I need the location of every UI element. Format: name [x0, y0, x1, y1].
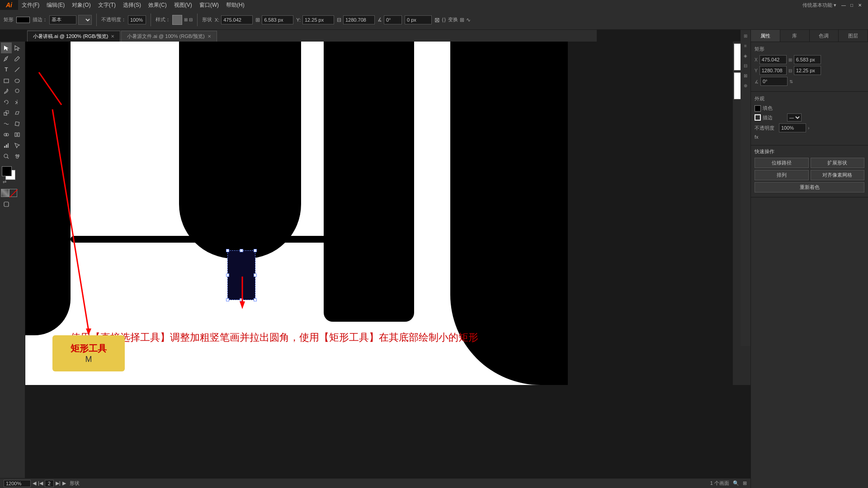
- align-pixel-btn[interactable]: 位移路径: [755, 158, 809, 168]
- reflect-tool[interactable]: [12, 97, 23, 108]
- canvas-area[interactable]: 使用【直接选择工具】调整加粗竖笔画并拉出圆角，使用【矩形工具】在其底部绘制小的矩…: [25, 42, 568, 385]
- menu-select[interactable]: 选择(S): [119, 0, 145, 10]
- angle-input[interactable]: [384, 15, 402, 24]
- fg-swatch[interactable]: [2, 166, 12, 176]
- gradient-icon[interactable]: [1, 189, 9, 197]
- menu-file[interactable]: 文件(F): [18, 0, 43, 10]
- h-input[interactable]: [343, 15, 375, 24]
- rect-tool[interactable]: [1, 75, 12, 86]
- align-grid-btn[interactable]: 对齐像素网格: [811, 170, 865, 180]
- handle-mr[interactable]: [254, 274, 257, 277]
- rpanel-x-input[interactable]: [760, 55, 787, 64]
- selected-rect[interactable]: [227, 250, 255, 300]
- shear-tool[interactable]: [12, 108, 23, 118]
- close-btn[interactable]: ✕: [856, 1, 863, 9]
- chart-tool[interactable]: [1, 140, 12, 151]
- rpanel-h-input[interactable]: [794, 66, 821, 75]
- repeat-btn[interactable]: 排列: [755, 170, 809, 180]
- stroke-swatch-rp[interactable]: [755, 114, 761, 121]
- type-tool[interactable]: T: [1, 64, 12, 75]
- tab-close-2[interactable]: ✕: [208, 34, 211, 39]
- opacity-input[interactable]: [128, 15, 146, 24]
- zoom-input[interactable]: [4, 480, 31, 487]
- handle-tl[interactable]: [226, 249, 229, 252]
- blob-brush-tool[interactable]: [12, 86, 23, 97]
- prev-page-btn[interactable]: ◀: [33, 480, 36, 486]
- select-tool[interactable]: [1, 42, 12, 53]
- px-y-input[interactable]: [405, 15, 432, 24]
- menu-text[interactable]: 文字(T): [94, 0, 119, 10]
- rpanel-angle-input[interactable]: [760, 77, 788, 86]
- recolor-btn[interactable]: 重新着色: [755, 182, 864, 192]
- handle-br[interactable]: [254, 298, 257, 301]
- x-input[interactable]: [221, 15, 253, 24]
- menu-effect[interactable]: 效果(C): [145, 0, 170, 10]
- none-icon[interactable]: [9, 189, 17, 197]
- pencil-tool[interactable]: [12, 53, 23, 64]
- stroke-type-select[interactable]: —: [787, 113, 802, 122]
- handle-ml[interactable]: [226, 274, 229, 277]
- scale-tool[interactable]: [1, 108, 12, 118]
- color-panel-icon[interactable]: ◈: [741, 52, 750, 60]
- stroke-section: 描边： ▾: [33, 15, 92, 25]
- free-transform-tool[interactable]: [12, 118, 23, 129]
- menu-object[interactable]: 对象(O): [68, 0, 94, 10]
- shape-builder-tool[interactable]: [1, 129, 12, 140]
- rotate-tool[interactable]: [1, 97, 12, 108]
- rpanel-tab-layers[interactable]: 图层: [839, 30, 868, 42]
- page-number-input[interactable]: [45, 480, 54, 487]
- handle-bl[interactable]: [226, 298, 229, 301]
- warp-tool[interactable]: [1, 118, 12, 129]
- rpanel-tab-properties[interactable]: 属性: [751, 30, 780, 42]
- maximize-btn[interactable]: □: [848, 1, 855, 9]
- transform-panel-icon[interactable]: ⊟: [741, 61, 750, 70]
- pathfinder-icon[interactable]: ⊕: [741, 81, 750, 89]
- rpanel-tab-color[interactable]: 色调: [810, 30, 839, 42]
- paint-brush-tool[interactable]: [1, 86, 12, 97]
- pa-tool[interactable]: [12, 129, 23, 140]
- menu-window[interactable]: 窗口(W): [196, 0, 222, 10]
- ellipse-tool[interactable]: [12, 75, 23, 86]
- expand-btn[interactable]: 扩展形状: [811, 158, 865, 168]
- pen-tool[interactable]: [1, 53, 12, 64]
- handle-tr[interactable]: [254, 249, 257, 252]
- menu-help[interactable]: 帮助(H): [222, 0, 248, 10]
- zoom-tool[interactable]: [1, 151, 12, 162]
- rpanel-opacity-input[interactable]: [779, 123, 806, 132]
- direct-select-tool[interactable]: [12, 42, 23, 53]
- fill-swatch-rp[interactable]: [755, 105, 761, 112]
- stroke-input[interactable]: [49, 15, 76, 24]
- fill-color-swatch[interactable]: [16, 17, 30, 23]
- handle-tm[interactable]: [240, 249, 243, 252]
- svg-rect-14: [8, 143, 9, 148]
- h-section: ⊟: [337, 15, 375, 24]
- props-icon[interactable]: ⊞: [741, 32, 750, 40]
- symbol-tool[interactable]: [1, 199, 12, 210]
- line-tool[interactable]: [12, 64, 23, 75]
- rpanel-tab-library[interactable]: 库: [780, 30, 810, 42]
- menu-view[interactable]: 视图(V): [170, 0, 196, 10]
- next-page-btn[interactable]: ▶: [62, 480, 66, 486]
- zoom-out-icon[interactable]: 🔍: [733, 480, 739, 486]
- align-panel-icon[interactable]: ⊠: [741, 71, 750, 80]
- tab-active[interactable]: 小暑讲稿.ai @ 1200% (RGB/预览) ✕: [27, 31, 120, 42]
- menu-edit[interactable]: 编辑(E): [43, 0, 68, 10]
- tab-inactive[interactable]: 小暑源文件.ai @ 100% (RGB/预览) ✕: [121, 31, 217, 42]
- stroke-dropdown[interactable]: ▾: [78, 15, 92, 25]
- w-input[interactable]: [262, 15, 293, 24]
- layers-panel-icon[interactable]: ≡: [741, 42, 750, 50]
- minimize-btn[interactable]: —: [840, 1, 847, 9]
- slice-tool[interactable]: [12, 140, 23, 151]
- next-page-icon[interactable]: ▶|: [56, 480, 61, 486]
- handle-bm[interactable]: [240, 298, 243, 301]
- rpanel-y-input[interactable]: [760, 66, 787, 75]
- swap-colors-icon[interactable]: ⇄: [3, 179, 6, 184]
- tab-close-1[interactable]: ✕: [111, 34, 114, 39]
- y-input[interactable]: [302, 15, 334, 24]
- hand-tool[interactable]: [12, 151, 23, 162]
- gpu-icon[interactable]: ⊞: [743, 480, 747, 486]
- stroke-horizontal: [71, 236, 342, 243]
- prev-page-icon[interactable]: |◀: [38, 480, 43, 486]
- style-picker[interactable]: [172, 15, 182, 25]
- rpanel-w-input[interactable]: [794, 55, 821, 64]
